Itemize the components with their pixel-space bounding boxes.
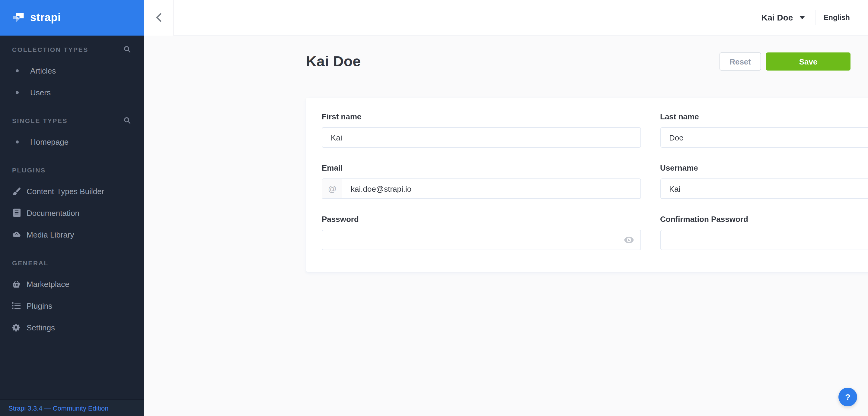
sidebar-version-link[interactable]: Strapi 3.3.4 — Community Edition xyxy=(0,399,144,416)
sidebar-item-plugins[interactable]: Plugins xyxy=(0,295,144,316)
sidebar: strapi COLLECTION TYPES Articles xyxy=(0,0,144,416)
sidebar-item-settings[interactable]: Settings xyxy=(0,316,144,338)
field-email: Email @ xyxy=(322,163,641,199)
section-general: GENERAL Marketplace Plugins xyxy=(0,257,144,338)
save-button[interactable]: Save xyxy=(766,53,850,71)
field-label: Confirmation Password xyxy=(660,215,868,224)
sidebar-item-label: Documentation xyxy=(27,208,80,217)
section-title: PLUGINS xyxy=(12,166,46,174)
sidebar-item-label: Users xyxy=(30,88,51,97)
field-password: Password xyxy=(322,215,641,250)
sidebar-item-marketplace[interactable]: Marketplace xyxy=(0,273,144,295)
strapi-admin: strapi COLLECTION TYPES Articles xyxy=(0,0,868,416)
sidebar-menu: COLLECTION TYPES Articles Users xyxy=(0,36,144,399)
search-icon[interactable] xyxy=(124,46,131,53)
field-first-name: First name xyxy=(322,112,641,148)
language-selector[interactable]: English xyxy=(824,13,850,22)
bullet-icon xyxy=(16,91,19,94)
sidebar-item-label: Marketplace xyxy=(27,279,69,288)
sidebar-item-content-types-builder[interactable]: Content-Types Builder xyxy=(0,180,144,202)
content: Kai Doe Reset Save First name Last nam xyxy=(144,36,868,416)
strapi-logo-icon xyxy=(12,11,25,24)
logo[interactable]: strapi xyxy=(0,0,144,36)
sidebar-item-label: Content-Types Builder xyxy=(27,186,104,196)
at-sign-icon: @ xyxy=(322,179,342,198)
list-icon xyxy=(12,302,21,310)
field-label: Username xyxy=(660,163,868,172)
field-username: Username xyxy=(660,163,868,199)
logo-text: strapi xyxy=(30,11,61,24)
paintbrush-icon xyxy=(12,187,21,195)
username-input[interactable] xyxy=(661,179,868,198)
top-bar: Kai Doe English xyxy=(144,0,868,36)
first-name-input[interactable] xyxy=(322,128,640,147)
divider xyxy=(814,10,815,25)
section-collection-types: COLLECTION TYPES Articles Users xyxy=(0,44,144,103)
field-last-name: Last name xyxy=(660,112,868,148)
book-icon xyxy=(12,209,21,217)
help-button[interactable]: ? xyxy=(838,388,857,406)
chevron-left-icon xyxy=(156,13,162,22)
form-card: First name Last name Email xyxy=(306,98,868,272)
search-icon[interactable] xyxy=(124,117,131,124)
sidebar-item-documentation[interactable]: Documentation xyxy=(0,202,144,224)
main-area: Kai Doe English Kai Doe Reset Save First… xyxy=(144,0,868,416)
field-label: Last name xyxy=(660,112,868,121)
field-confirmation-password: Confirmation Password xyxy=(660,215,868,250)
sidebar-item-label: Media Library xyxy=(27,230,74,239)
field-label: Email xyxy=(322,163,641,172)
email-input[interactable] xyxy=(342,179,640,198)
section-title: GENERAL xyxy=(12,259,49,267)
back-button[interactable] xyxy=(144,0,174,35)
user-menu[interactable]: Kai Doe xyxy=(762,13,805,22)
sidebar-item-label: Plugins xyxy=(27,301,52,310)
section-single-types: SINGLE TYPES Homepage xyxy=(0,115,144,152)
bullet-icon xyxy=(16,69,19,72)
gear-icon xyxy=(12,323,21,332)
sidebar-item-homepage[interactable]: Homepage xyxy=(0,131,144,152)
field-label: First name xyxy=(322,112,641,121)
sidebar-item-users[interactable]: Users xyxy=(0,81,144,103)
password-input[interactable] xyxy=(322,230,640,250)
sidebar-item-label: Homepage xyxy=(30,137,68,146)
user-name: Kai Doe xyxy=(762,13,793,22)
bullet-icon xyxy=(16,140,19,143)
field-label: Password xyxy=(322,215,641,224)
sidebar-item-label: Settings xyxy=(27,323,55,332)
page-title: Kai Doe xyxy=(306,53,361,70)
section-title: SINGLE TYPES xyxy=(12,117,68,124)
cloud-upload-icon xyxy=(12,230,21,239)
sidebar-item-label: Articles xyxy=(30,66,56,75)
sidebar-item-articles[interactable]: Articles xyxy=(0,60,144,81)
reset-button[interactable]: Reset xyxy=(719,53,761,71)
chevron-down-icon xyxy=(799,16,805,19)
section-title: COLLECTION TYPES xyxy=(12,46,88,53)
eye-icon[interactable] xyxy=(624,237,633,243)
basket-icon xyxy=(12,280,21,288)
confirmation-password-input[interactable] xyxy=(661,230,868,250)
sidebar-item-media-library[interactable]: Media Library xyxy=(0,224,144,245)
section-plugins: PLUGINS Content-Types Builder Documentat… xyxy=(0,165,144,245)
last-name-input[interactable] xyxy=(661,128,868,147)
